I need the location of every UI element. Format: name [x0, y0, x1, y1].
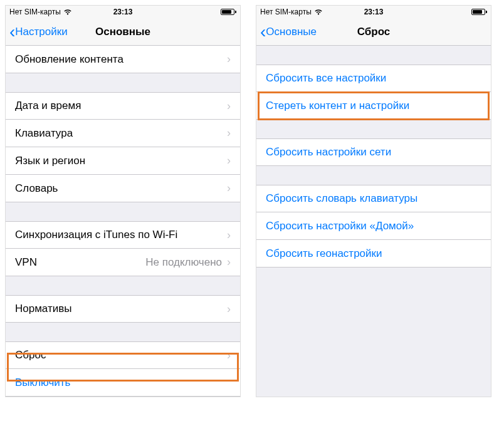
row-value: Не подключено [145, 256, 222, 269]
settings-list: Обновление контента › Дата и время › Кла… [6, 46, 240, 397]
row-reset-home-layout[interactable]: Сбросить настройки «Домой» [256, 212, 491, 240]
chevron-right-icon: › [227, 256, 231, 269]
row-reset[interactable]: Сброс › [6, 341, 240, 369]
status-time: 23:13 [113, 8, 133, 16]
carrier-text: Нет SIM-карты [9, 8, 61, 16]
row-reset-keyboard-dictionary[interactable]: Сбросить словарь клавиатуры [256, 185, 491, 212]
status-time: 23:13 [364, 8, 384, 16]
chevron-right-icon: › [227, 349, 231, 362]
chevron-right-icon: › [227, 182, 231, 195]
battery-icon [221, 9, 236, 15]
row-itunes-wifi-sync[interactable]: Синхронизация с iTunes по Wi-Fi › [6, 221, 240, 249]
row-content-update[interactable]: Обновление контента › [6, 46, 240, 73]
row-label: Обновление контента [15, 53, 123, 66]
row-label: Сбросить геонастройки [266, 247, 382, 260]
row-label: Нормативы [15, 303, 72, 315]
row-vpn[interactable]: VPN Не подключено › [6, 249, 240, 276]
chevron-right-icon: › [227, 229, 231, 242]
phone-general-settings: Нет SIM-карты 23:13 ‹ Настройки Основные… [5, 5, 241, 397]
row-label: Сбросить настройки сети [266, 146, 391, 159]
back-label: Настройки [15, 26, 67, 38]
row-reset-all-settings[interactable]: Сбросить все настройки [256, 65, 491, 92]
row-label: Клавиатура [15, 127, 73, 140]
row-label: Сбросить настройки «Домой» [266, 220, 414, 232]
chevron-right-icon: › [227, 100, 231, 113]
wifi-icon [314, 9, 323, 15]
row-label: Дата и время [15, 100, 81, 112]
nav-bar: ‹ Основные Сброс [256, 18, 491, 46]
chevron-right-icon: › [227, 53, 231, 66]
row-label: VPN [15, 256, 37, 269]
row-erase-content-settings[interactable]: Стереть контент и настройки [256, 92, 491, 120]
row-label: Сброс [15, 349, 46, 361]
row-label: Сбросить все настройки [266, 72, 386, 85]
status-bar: Нет SIM-карты 23:13 [256, 6, 491, 18]
row-language-region[interactable]: Язык и регион › [6, 147, 240, 175]
row-label: Язык и регион [15, 155, 85, 167]
chevron-right-icon: › [227, 303, 231, 316]
chevron-right-icon: › [227, 154, 231, 167]
row-reset-location[interactable]: Сбросить геонастройки [256, 240, 491, 268]
page-title: Основные [95, 26, 150, 38]
page-title: Сброс [357, 26, 391, 38]
row-regulatory[interactable]: Нормативы › [6, 295, 240, 323]
chevron-left-icon: ‹ [9, 23, 15, 41]
back-label: Основные [266, 26, 317, 38]
back-button[interactable]: ‹ Настройки [6, 23, 68, 41]
row-label: Словарь [15, 182, 58, 195]
row-reset-network[interactable]: Сбросить настройки сети [256, 138, 491, 166]
row-keyboard[interactable]: Клавиатура › [6, 120, 240, 147]
phone-reset-settings: Нет SIM-карты 23:13 ‹ Основные Сброс Сбр… [256, 5, 491, 397]
reset-list: Сбросить все настройки Стереть контент и… [256, 46, 491, 268]
wifi-icon [63, 9, 72, 15]
chevron-left-icon: ‹ [260, 23, 266, 41]
back-button[interactable]: ‹ Основные [256, 23, 317, 41]
row-label: Сбросить словарь клавиатуры [266, 192, 417, 205]
nav-bar: ‹ Настройки Основные [6, 18, 240, 46]
row-label: Синхронизация с iTunes по Wi-Fi [15, 229, 177, 241]
row-label: Стереть контент и настройки [266, 100, 409, 112]
row-date-time[interactable]: Дата и время › [6, 92, 240, 120]
row-shutdown[interactable]: Выключить [6, 369, 240, 397]
status-bar: Нет SIM-карты 23:13 [6, 6, 240, 18]
battery-icon [471, 9, 487, 15]
chevron-right-icon: › [227, 127, 231, 140]
row-label: Выключить [15, 377, 70, 389]
row-dictionary[interactable]: Словарь › [6, 175, 240, 202]
carrier-text: Нет SIM-карты [260, 8, 312, 16]
